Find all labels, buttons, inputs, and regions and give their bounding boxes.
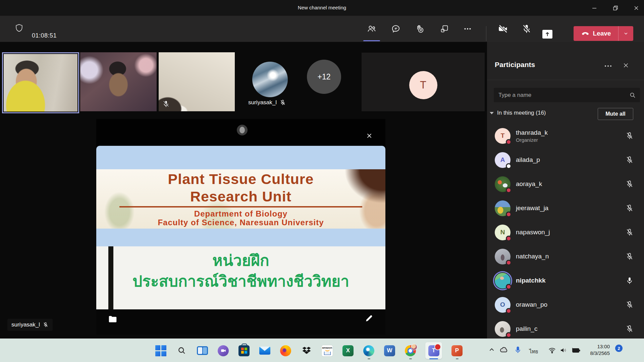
close-button[interactable] <box>629 0 644 16</box>
mic-muted-icon[interactable] <box>625 156 634 164</box>
panel-close-button[interactable] <box>621 60 631 71</box>
avatar: A <box>495 152 511 168</box>
mic-muted-icon[interactable] <box>625 131 634 140</box>
participant-row[interactable]: pailin_c <box>487 317 644 341</box>
participant-row[interactable]: natchaya_n <box>487 244 644 268</box>
panel-more-button[interactable] <box>602 62 614 70</box>
avatar: T <box>409 71 437 99</box>
volume-icon[interactable] <box>559 346 568 354</box>
mic-off-button[interactable] <box>519 21 534 36</box>
minimize-icon <box>591 5 597 11</box>
mute-all-button[interactable]: Mute all <box>598 108 633 120</box>
mic-muted-icon[interactable] <box>625 228 634 237</box>
edge-button[interactable] <box>363 345 375 357</box>
word-button[interactable]: W <box>384 345 395 357</box>
mic-on-icon[interactable] <box>625 276 634 285</box>
participant-row[interactable]: nipatchkk <box>487 268 644 293</box>
task-view-button[interactable] <box>197 345 208 357</box>
section-collapse-icon[interactable] <box>490 112 494 114</box>
video-chat-icon <box>218 345 229 356</box>
presence-dot <box>506 260 512 265</box>
mic-muted-icon[interactable] <box>625 252 634 261</box>
presence-dot <box>506 163 512 169</box>
strip-avatar-suriyasak[interactable] <box>252 62 288 97</box>
chat-button[interactable] <box>388 21 403 36</box>
taskbar-apps: amazon X W T P <box>155 341 463 360</box>
share-screen-button[interactable] <box>542 30 552 39</box>
amazon-button[interactable]: amazon <box>321 345 333 357</box>
breakout-rooms-button[interactable] <box>437 21 452 36</box>
chat-app-button[interactable] <box>217 345 229 357</box>
windows-taskbar: amazon X W T P <box>0 339 644 362</box>
mail-button[interactable] <box>259 345 271 357</box>
mic-muted-icon[interactable] <box>625 204 634 213</box>
participant-row[interactable]: aoraya_k <box>487 172 644 196</box>
chrome-button[interactable] <box>405 345 416 357</box>
leave-dropdown-button[interactable] <box>619 31 633 36</box>
minimize-button[interactable] <box>587 0 602 16</box>
mic-muted-icon[interactable] <box>625 300 634 309</box>
presence-dot <box>506 284 512 290</box>
camera-off-button[interactable] <box>496 21 511 36</box>
folder-icon[interactable] <box>108 314 118 324</box>
participant-row[interactable]: N napaswon_j <box>487 220 644 244</box>
presence-dot <box>506 236 512 241</box>
overflow-participants-badge[interactable]: +12 <box>307 60 341 94</box>
video-tile-avatar-t[interactable]: T <box>362 53 485 111</box>
powerpoint-icon: P <box>451 345 463 356</box>
task-view-icon <box>197 346 208 355</box>
participant-name: jeerawat_ja <box>516 204 548 212</box>
battery-charging-icon[interactable] <box>571 347 581 354</box>
taskbar-clock[interactable]: 13:00 8/3/2565 <box>584 343 610 357</box>
restore-icon <box>612 5 619 11</box>
participant-row[interactable]: T thanrada_k Organizer <box>487 124 644 148</box>
teams-icon: T <box>428 345 439 356</box>
more-options-button[interactable] <box>460 21 475 36</box>
tray-chevron-up[interactable] <box>488 346 495 354</box>
search-icon[interactable] <box>625 92 640 99</box>
participant-name: aoraya_k <box>516 180 542 188</box>
notification-count-badge[interactable]: 2 <box>615 345 623 352</box>
search-input[interactable] <box>494 92 625 99</box>
participants-button[interactable] <box>364 21 379 36</box>
mic-off-icon <box>43 322 49 328</box>
teams-button-active[interactable]: T <box>425 342 442 359</box>
microsoft-store-button[interactable] <box>238 345 250 357</box>
edit-pencil-icon[interactable] <box>365 314 374 323</box>
reactions-button[interactable] <box>412 21 427 36</box>
shared-close-icon[interactable] <box>365 131 374 140</box>
video-tile-3[interactable] <box>159 52 235 111</box>
chrome-icon <box>405 345 416 356</box>
onedrive-icon[interactable] <box>499 346 508 354</box>
tray-time: 13:00 <box>584 343 610 350</box>
leave-button[interactable]: Leave <box>574 26 633 41</box>
participants-active-indicator <box>363 40 380 41</box>
firefox-button[interactable] <box>280 345 291 357</box>
video-tile-2[interactable] <box>80 52 157 111</box>
taskbar-search-button[interactable] <box>176 345 187 357</box>
start-button[interactable] <box>155 345 167 357</box>
mic-muted-icon[interactable] <box>625 324 634 333</box>
excel-button[interactable]: X <box>342 345 354 357</box>
participant-search[interactable] <box>494 88 640 102</box>
avatar-initial: A <box>500 156 505 164</box>
slide-mid-band <box>96 229 385 246</box>
window-title: New channel meeting <box>0 5 644 10</box>
dropbox-button[interactable] <box>301 345 312 357</box>
video-tile-speaking[interactable] <box>2 52 79 113</box>
store-icon <box>238 345 250 356</box>
avatar <box>495 176 511 192</box>
language-indicator[interactable]: ไทย <box>529 348 538 356</box>
mic-muted-icon[interactable] <box>625 180 634 188</box>
participant-row[interactable]: A ailada_p <box>487 148 644 172</box>
slide-thai-line2: ประสบการณ์วิชาชีพทางชีววิทยา <box>96 272 385 291</box>
meeting-toolbar: 01:08:51 <box>0 16 644 42</box>
participant-row[interactable]: jeerawat_ja <box>487 196 644 220</box>
mic-in-use-icon[interactable] <box>514 345 522 355</box>
participant-name: pailin_c <box>516 325 537 333</box>
mic-off-icon <box>279 99 286 106</box>
wifi-icon[interactable] <box>547 346 557 354</box>
participant-row[interactable]: O orawan_po <box>487 293 644 317</box>
restore-button[interactable] <box>608 0 623 16</box>
powerpoint-button[interactable]: P <box>451 345 463 357</box>
